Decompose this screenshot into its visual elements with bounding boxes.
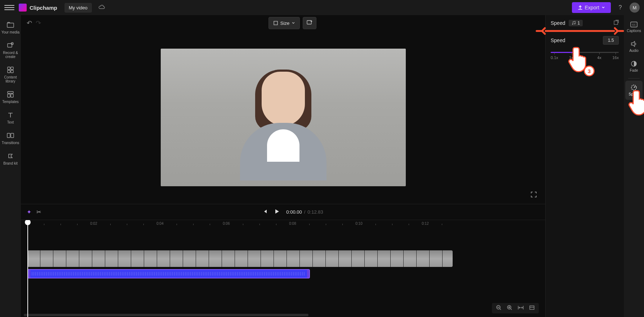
menu-button[interactable] — [4, 3, 14, 13]
total-time: 0:12.83 — [307, 209, 323, 215]
music-note-icon — [572, 21, 576, 25]
video-preview[interactable] — [161, 49, 406, 186]
speed-panel: Speed 1 Speed 1.5 0.1x 1x 4x 16x — [545, 15, 624, 317]
timeline-ruler[interactable]: 0:02 0:04 0:06 0:08 0:10 0:12 — [27, 220, 545, 229]
media-icon — [6, 21, 14, 29]
sidebar-item-text[interactable]: Text — [1, 108, 20, 127]
export-button[interactable]: Export — [572, 2, 611, 13]
topbar: Clipchamp My video Export ? M — [0, 0, 644, 15]
ruler-label: 0:02 — [90, 222, 97, 226]
sidebar-item-label: Templates — [2, 100, 19, 104]
video-track-clip[interactable] — [27, 250, 453, 267]
ai-enhance-button[interactable] — [303, 17, 316, 29]
sidebar-item-label: Your media — [1, 30, 19, 34]
sidebar-item-record[interactable]: Record & create — [1, 39, 20, 62]
fade-icon — [631, 61, 637, 67]
sidebar-item-label: Transitions — [2, 141, 19, 145]
svg-rect-9 — [11, 94, 13, 97]
video-title-input[interactable]: My video — [65, 3, 92, 13]
timeline-expand-button[interactable] — [528, 304, 536, 312]
split-button[interactable]: ✂ — [36, 209, 41, 215]
sidebar-item-templates[interactable]: Templates — [1, 88, 20, 107]
time-separator: / — [304, 209, 306, 215]
audio-track-clip[interactable]: 1 — [27, 269, 310, 278]
current-time: 0:00.00 — [286, 209, 302, 215]
right-rail-label: Captions — [627, 29, 641, 33]
sidebar-item-label: Brand kit — [3, 161, 17, 165]
fullscreen-button[interactable] — [531, 192, 537, 199]
ruler-label: 0:04 — [156, 222, 163, 226]
timeline[interactable]: 0:02 0:04 0:06 0:08 0:10 0:12 — [21, 220, 545, 317]
zoom-fit-button[interactable] — [516, 304, 525, 312]
svg-point-17 — [572, 23, 573, 24]
sidebar-item-label: Record & create — [1, 51, 20, 59]
help-button[interactable]: ? — [615, 3, 625, 13]
user-avatar[interactable]: M — [630, 3, 640, 13]
right-rail-speed[interactable]: Speed 2 — [625, 81, 643, 100]
sidebar-item-transitions[interactable]: Transitions — [1, 129, 20, 148]
svg-rect-8 — [8, 94, 10, 97]
left-rail: Your media Record & create Content libra… — [0, 15, 21, 317]
timeline-scrollbar[interactable] — [24, 314, 308, 316]
size-label: Size — [280, 21, 289, 26]
right-rail-captions[interactable]: CC Captions — [625, 18, 643, 36]
speed-section-label: Speed — [551, 37, 565, 43]
speed-slider[interactable]: 0.1x 1x 4x 16x — [551, 49, 619, 63]
captions-icon: CC — [630, 22, 638, 27]
svg-rect-16 — [530, 306, 534, 309]
right-rail-audio[interactable]: Audio — [625, 37, 643, 56]
preview-zone[interactable] — [21, 31, 545, 204]
sync-status-icon — [98, 4, 105, 11]
zoom-in-button[interactable] — [506, 304, 514, 312]
size-dropdown[interactable]: Size — [268, 17, 300, 29]
brandkit-icon — [6, 152, 14, 160]
ruler-label: 0:12 — [422, 222, 428, 226]
sidebar-item-your-media[interactable]: Your media — [1, 18, 20, 37]
clip-handle-right[interactable] — [307, 270, 309, 278]
panel-header: Speed 1 — [546, 15, 624, 31]
time-display: 0:00.00 / 0:12.83 — [286, 209, 323, 215]
skip-back-button[interactable] — [262, 209, 267, 215]
play-button[interactable] — [274, 209, 280, 216]
speed-icon — [631, 84, 637, 91]
slider-mark: 0.1x — [551, 55, 558, 60]
tutorial-badge: 3 — [584, 66, 595, 76]
preview-toolbar: ↶ ↷ Size — [21, 15, 545, 31]
svg-rect-0 — [7, 23, 14, 27]
svg-rect-4 — [11, 67, 13, 70]
slider-mark: 16x — [612, 55, 619, 60]
zoom-out-button[interactable] — [495, 304, 503, 312]
slider-mark: 4x — [597, 55, 601, 60]
speed-slider-thumb[interactable] — [573, 50, 578, 55]
clip-handle-left[interactable] — [28, 270, 30, 278]
ruler-label: 0:08 — [289, 222, 296, 226]
svg-rect-11 — [11, 133, 14, 138]
right-rail: CC Captions Audio Fade Speed 2 — [624, 15, 644, 317]
magic-wand-button[interactable]: ✦ — [27, 209, 31, 215]
export-label: Export — [585, 5, 599, 10]
brand: Clipchamp — [19, 4, 57, 12]
svg-rect-19 — [614, 21, 618, 24]
svg-text:CC: CC — [632, 23, 636, 26]
redo-button[interactable]: ↷ — [36, 19, 41, 27]
playback-bar: ✦ ✂ 0:00.00 / 0:12.83 — [21, 204, 545, 220]
record-icon — [6, 41, 14, 49]
ruler-label: 0:10 — [355, 222, 362, 226]
sidebar-item-label: Text — [7, 120, 14, 124]
panel-popout-button[interactable] — [614, 20, 619, 26]
chevron-down-icon — [601, 6, 605, 9]
svg-rect-12 — [274, 21, 277, 25]
clipchamp-logo — [19, 4, 27, 12]
right-rail-fade[interactable]: Fade — [625, 57, 643, 76]
playhead[interactable] — [27, 220, 28, 317]
svg-rect-10 — [7, 133, 10, 138]
sidebar-item-brandkit[interactable]: Brand kit — [1, 149, 20, 168]
right-rail-label: Audio — [629, 49, 639, 53]
speed-value-input[interactable]: 1.5 — [603, 36, 619, 45]
sidebar-item-library[interactable]: Content library — [1, 63, 20, 86]
audio-icon — [631, 41, 637, 47]
crop-icon — [273, 21, 278, 26]
sparkle-image-icon — [307, 19, 312, 25]
undo-button[interactable]: ↶ — [27, 19, 32, 27]
ruler-label: 0:06 — [223, 222, 230, 226]
